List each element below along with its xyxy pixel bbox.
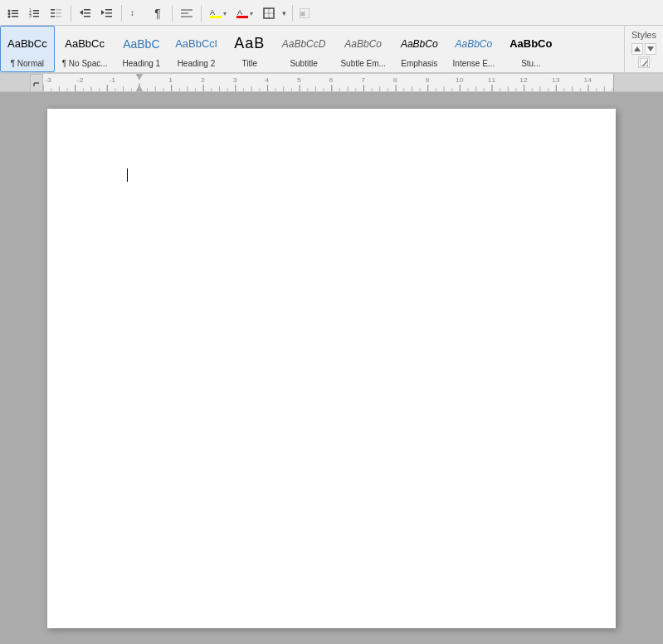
font-color-dropdown[interactable]: A ▾ — [232, 4, 257, 22]
style-title[interactable]: AaB Title — [225, 26, 275, 72]
style-heading2[interactable]: AaBbCcl Heading 2 — [168, 26, 225, 72]
multilevel-list-button[interactable] — [46, 3, 66, 23]
svg-text:-3: -3 — [45, 76, 51, 83]
style-title-label: Title — [241, 59, 257, 68]
svg-text:⊞: ⊞ — [300, 11, 305, 17]
svg-marker-18 — [80, 10, 83, 15]
svg-text:-1: -1 — [109, 76, 115, 83]
svg-text:A: A — [237, 8, 242, 17]
style-intense-emphasis[interactable]: AaBbCo Intense E... — [446, 26, 503, 72]
svg-text:10: 10 — [456, 76, 464, 83]
svg-marker-40 — [647, 46, 654, 51]
svg-text:7: 7 — [361, 76, 365, 83]
ruler-white-area: -3 -2 -1 1 — [43, 74, 613, 91]
style-strong-label: Stu... — [521, 59, 540, 68]
svg-text:A: A — [210, 8, 215, 17]
style-emphasis[interactable]: AaBbCo Emphasis — [393, 26, 446, 72]
svg-rect-24 — [105, 12, 112, 14]
svg-rect-12 — [51, 9, 55, 11]
style-subtle-em-preview: AaBbCo — [344, 38, 382, 50]
svg-rect-20 — [84, 12, 90, 14]
style-intense-preview: AaBbCo — [456, 38, 493, 50]
svg-rect-25 — [105, 16, 112, 17]
svg-text:12: 12 — [519, 76, 528, 83]
svg-text:3.: 3. — [29, 13, 32, 18]
style-strong-preview: AaBbCo — [509, 37, 552, 50]
style-subtle-emphasis[interactable]: AaBbCo Subtle Em... — [333, 26, 392, 72]
svg-text:8: 8 — [393, 76, 397, 83]
frame-button[interactable] — [259, 3, 279, 23]
svg-text:4: 4 — [265, 76, 269, 83]
styles-section-label[interactable]: Styles — [624, 26, 663, 72]
svg-point-2 — [8, 12, 11, 15]
styles-launcher[interactable] — [638, 56, 650, 68]
style-title-preview: AaB — [234, 35, 265, 52]
svg-text:14: 14 — [584, 76, 592, 83]
svg-rect-14 — [51, 16, 55, 17]
svg-text:5: 5 — [297, 76, 301, 83]
text-cursor — [127, 168, 128, 182]
styles-down-arrow[interactable] — [645, 43, 656, 55]
svg-point-0 — [8, 10, 11, 12]
bullets-button[interactable] — [3, 3, 23, 23]
sort-button[interactable]: ↕ — [126, 3, 146, 23]
style-intense-label: Intense E... — [453, 59, 495, 68]
style-strong[interactable]: AaBbCo Stu... — [502, 26, 559, 72]
svg-rect-11 — [33, 16, 39, 17]
document-area[interactable] — [0, 92, 663, 644]
styles-up-arrow[interactable] — [631, 43, 643, 55]
paragraph-settings-launcher[interactable]: ⊞ — [297, 6, 312, 21]
toolbar-area: 1. 2. 3. — [0, 0, 663, 26]
separator1 — [71, 5, 71, 22]
style-heading1[interactable]: AaBbC Heading 1 — [115, 26, 168, 72]
svg-rect-9 — [33, 13, 39, 15]
highlight-color-dropdown[interactable]: A ▾ — [206, 4, 231, 22]
svg-marker-39 — [634, 46, 641, 51]
svg-rect-28 — [181, 12, 188, 14]
separator3 — [172, 5, 173, 22]
style-subtitle-label: Subtitle — [290, 59, 317, 68]
style-h2-preview: AaBbCcl — [175, 37, 217, 50]
svg-rect-5 — [12, 16, 18, 17]
svg-point-4 — [8, 16, 11, 18]
document-page[interactable] — [47, 109, 616, 628]
style-nospace-label: ¶ No Spac... — [62, 59, 108, 68]
svg-text:1: 1 — [168, 76, 173, 83]
increase-indent-button[interactable] — [97, 3, 117, 23]
svg-rect-21 — [84, 16, 90, 17]
svg-text:9: 9 — [426, 76, 430, 83]
svg-marker-136 — [136, 74, 144, 80]
svg-rect-3 — [12, 13, 18, 15]
decrease-indent-button[interactable] — [76, 3, 95, 23]
style-subtle-em-label: Subtle Em... — [340, 59, 385, 68]
svg-rect-13 — [51, 12, 55, 14]
svg-text:-2: -2 — [77, 76, 84, 83]
svg-marker-22 — [101, 10, 105, 15]
numbering-button[interactable]: 1. 2. 3. — [25, 3, 45, 23]
style-no-spacing[interactable]: AaBbCc ¶ No Spac... — [55, 26, 115, 72]
ruler-right-margin — [613, 74, 663, 91]
ruler[interactable]: -3 -2 -1 1 — [0, 74, 663, 92]
svg-rect-19 — [84, 9, 90, 11]
svg-line-42 — [642, 61, 648, 66]
svg-text:3: 3 — [233, 76, 237, 83]
style-normal[interactable]: AaBbCc ¶ Normal — [0, 26, 55, 72]
borders-dropdown-arrow[interactable]: ▾ — [280, 9, 288, 17]
separator4 — [201, 5, 202, 22]
style-h1-preview: AaBbC — [123, 37, 159, 51]
align-left-button[interactable] — [177, 3, 197, 23]
svg-rect-16 — [56, 12, 61, 14]
style-h1-label: Heading 1 — [123, 59, 161, 68]
svg-rect-1 — [12, 10, 18, 12]
style-subtitle[interactable]: AaBbCcD Subtitle — [275, 26, 334, 72]
style-subtitle-preview: AaBbCcD — [282, 38, 326, 50]
svg-rect-17 — [56, 16, 61, 17]
tab-selector[interactable] — [30, 74, 43, 92]
svg-text:13: 13 — [552, 76, 560, 83]
svg-rect-29 — [181, 16, 193, 17]
svg-rect-23 — [105, 9, 112, 11]
style-nospace-preview: AaBbCc — [65, 37, 105, 50]
pilcrow-button[interactable]: ¶ — [148, 3, 168, 23]
separator5 — [292, 5, 293, 22]
separator2 — [121, 5, 122, 22]
